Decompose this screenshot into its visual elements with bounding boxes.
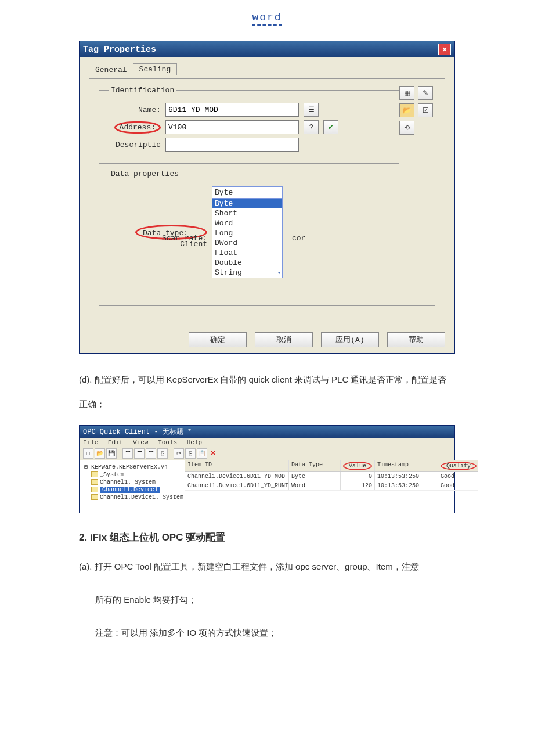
col-quality[interactable]: Quality	[438, 460, 478, 471]
check-icon[interactable]: ✔	[323, 120, 338, 134]
paragraph-a-sub1: 所有的 Enable 均要打勾；	[95, 588, 455, 612]
description-label: Descriptic	[109, 141, 161, 149]
col-timestamp[interactable]: Timestamp	[375, 460, 438, 471]
option-long[interactable]: Long	[212, 228, 282, 238]
tree-ch1-dev1[interactable]: Channel1.Device1	[81, 486, 183, 494]
action-icon-5[interactable]: ⟲	[399, 121, 414, 135]
tb-icon-2[interactable]: ☶	[134, 448, 145, 459]
paragraph-a-sub2: 注意：可以用 添加多个 IO 项的方式快速设置；	[95, 621, 455, 645]
grid-row[interactable]: Channel1.Device1.6D11_YD_RUNT Word 120 1…	[185, 481, 478, 491]
action-icon-2[interactable]: ✎	[418, 86, 433, 100]
option-double[interactable]: Double	[212, 258, 282, 268]
menu-file[interactable]: File	[83, 439, 98, 446]
action-icon-4[interactable]: ☑	[418, 103, 433, 117]
open-icon[interactable]: 📂	[95, 448, 105, 459]
new-icon[interactable]: □	[83, 448, 93, 459]
col-datatype[interactable]: Data Type	[289, 460, 341, 471]
paragraph-d: (d). 配置好后，可以用 KepServerEx 自带的 quick clie…	[79, 368, 455, 416]
option-string[interactable]: String	[212, 268, 282, 278]
name-input[interactable]	[165, 103, 299, 117]
col-value[interactable]: Value	[341, 460, 375, 471]
qc-tree: ⊟ KEPware.KEPServerEx.V4 _System Channel…	[80, 460, 185, 513]
client-label: Client	[109, 240, 207, 249]
qc-title: OPC Quick Client - 无标题 *	[80, 426, 454, 438]
tab-general[interactable]: General	[89, 64, 134, 75]
header-link[interactable]: word	[252, 12, 282, 26]
close-icon[interactable]: ×	[438, 44, 451, 55]
menu-edit[interactable]: Edit	[108, 439, 123, 446]
dataprops-legend: Data properties	[109, 170, 181, 178]
grid-row[interactable]: Channel1.Device1.6D11_YD_MOD Byte 0 10:1…	[185, 472, 478, 481]
qc-toolbar: □ 📂 💾 ☵ ☶ ☷ ⎘ ✂ ⎘ 📋 ×	[80, 447, 454, 460]
address-label: Address:	[114, 121, 161, 134]
menu-tools[interactable]: Tools	[158, 439, 177, 446]
cancel-button[interactable]: 取消	[255, 332, 313, 347]
chevron-down-icon: ▾	[277, 269, 281, 276]
qc-menubar: File Edit View Tools Help	[80, 438, 454, 447]
ok-button[interactable]: 确定	[189, 332, 247, 347]
help-icon[interactable]: ?	[304, 120, 319, 134]
section2-title: 2. iFix 组态上位机 OPC 驱动配置	[79, 531, 455, 544]
description-input[interactable]	[165, 138, 299, 152]
menu-help[interactable]: Help	[187, 439, 202, 446]
address-input[interactable]	[165, 120, 299, 134]
cut-icon[interactable]: ✂	[174, 448, 184, 459]
apply-button[interactable]: 应用(A)	[321, 332, 379, 347]
save-icon[interactable]: 💾	[106, 448, 117, 459]
option-word[interactable]: Word	[212, 218, 282, 228]
option-float[interactable]: Float	[212, 248, 282, 258]
qc-grid: Item ID Data Type Value Timestamp Qualit…	[185, 460, 478, 513]
action-icon-1[interactable]: ▦	[399, 86, 414, 100]
option-short[interactable]: Short	[212, 208, 282, 218]
identification-legend: Identification	[109, 86, 176, 95]
tree-ch1-system[interactable]: Channel1._System	[81, 478, 183, 486]
option-byte[interactable]: Byte	[212, 199, 282, 208]
action-icon-3[interactable]: 📂	[399, 103, 414, 117]
tree-ch1-dev1-sys[interactable]: Channel1.Device1._System	[81, 494, 183, 501]
delete-icon[interactable]: ×	[208, 449, 218, 458]
col-itemid[interactable]: Item ID	[185, 460, 289, 471]
option-dword[interactable]: DWord	[212, 238, 282, 248]
quickclient-window: OPC Quick Client - 无标题 * File Edit View …	[79, 425, 455, 513]
copy-icon[interactable]: ⎘	[185, 448, 196, 459]
help-button[interactable]: 帮助	[387, 332, 445, 347]
name-browse-icon[interactable]: ☰	[304, 103, 319, 117]
tb-icon-3[interactable]: ☷	[146, 448, 156, 459]
tag-properties-dialog: Tag Properties × General Scaling ▦ ✎ 📂 ☑…	[79, 41, 455, 354]
datatype-dropdown[interactable]: Byte Byte Short Word Long DWord Float Do…	[212, 186, 283, 278]
dialog-title: Tag Properties	[83, 45, 156, 55]
tab-scaling[interactable]: Scaling	[133, 63, 178, 75]
paste-icon[interactable]: 📋	[197, 448, 207, 459]
paragraph-a: (a). 打开 OPC Tool 配置工具，新建空白工程文件，添加 opc se…	[79, 555, 455, 579]
tree-root[interactable]: ⊟ KEPware.KEPServerEx.V4	[81, 463, 183, 471]
tree-system[interactable]: _System	[81, 471, 183, 478]
tb-icon-4[interactable]: ⎘	[157, 448, 168, 459]
datatype-label: Data type:	[143, 229, 188, 237]
menu-view[interactable]: View	[133, 439, 148, 446]
name-label: Name:	[109, 106, 161, 114]
tb-icon-1[interactable]: ☵	[122, 448, 133, 459]
